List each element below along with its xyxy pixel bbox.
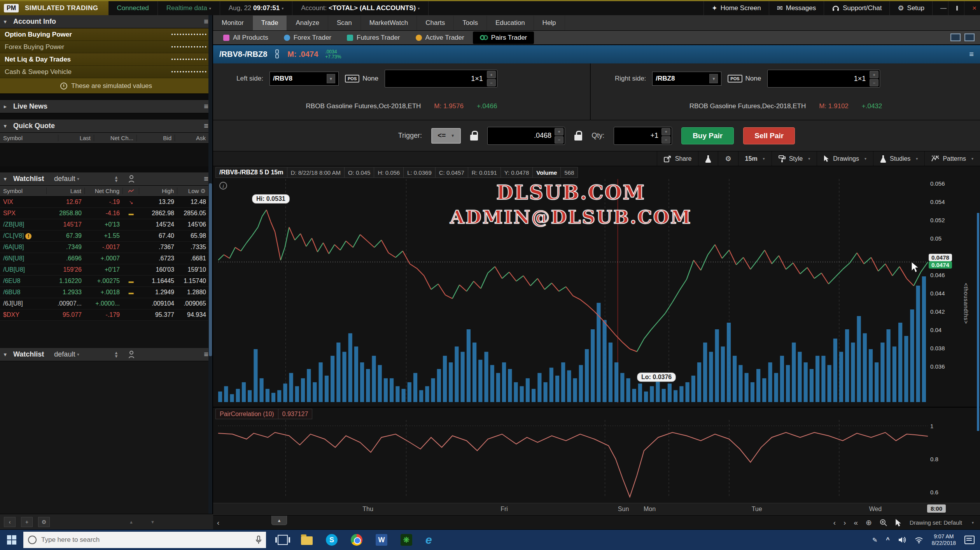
subtab-all-products[interactable]: All Products [216, 32, 275, 44]
account-info-row[interactable]: Forex Buying Power••••••••••••• [0, 41, 212, 53]
gear-icon[interactable]: ⚙ [38, 517, 50, 527]
column-header[interactable]: Net Chng [85, 188, 123, 194]
right-ratio-input[interactable]: 1×1 + − [767, 70, 880, 88]
sidebar-scrollbar[interactable] [208, 15, 212, 514]
trigger-operator-dropdown[interactable]: <= ▼ [431, 128, 461, 144]
linked-watchlist-icon[interactable] [128, 175, 135, 183]
price-chart-pane[interactable]: /RBV8-/RBZ8 5 D 15mD: 8/22/18 8:00 AMO: … [213, 166, 980, 406]
tab-analyze[interactable]: Analyze [287, 16, 328, 30]
watchlist-row[interactable]: /6J[U8].00907...+.0000....009104.009065 [0, 298, 212, 309]
tab-help[interactable]: Help [534, 16, 565, 30]
watchlist-row[interactable]: /6EU81.16220+.00275▬1.164451.15740 [0, 276, 212, 287]
minimize-button[interactable]: — [932, 1, 948, 15]
grid-layout-icon[interactable] [950, 33, 961, 41]
style-button[interactable]: Style ▾ [772, 151, 817, 166]
add-gadget-icon[interactable]: + [21, 517, 33, 527]
restore-button[interactable] [948, 1, 964, 15]
collapse-sidebar-icon[interactable]: ‹ [4, 517, 16, 527]
column-header[interactable]: Last [47, 188, 85, 194]
network-icon[interactable] [915, 536, 923, 543]
reorder-icon[interactable]: ▲▼ [114, 351, 118, 358]
correlation-chart[interactable] [218, 420, 928, 498]
watchlist-name[interactable]: default [54, 175, 75, 183]
clock-tray[interactable]: 9:07 AM 8/22/2018 [932, 533, 956, 546]
patterns-button[interactable]: Patterns ▾ [924, 151, 980, 166]
interval-dropdown[interactable]: 15m ▾ [738, 151, 772, 166]
watchlist2-header[interactable]: ▾ Watchlist default ▾ ▲▼ ≡ [0, 348, 212, 361]
chrome-icon[interactable] [351, 534, 362, 546]
collapse-chart-tab[interactable]: ▲ [271, 516, 287, 525]
pan-left-icon[interactable]: ‹ [213, 518, 219, 527]
reorder-icon[interactable]: ▲▼ [114, 176, 118, 183]
step-left-icon[interactable]: ‹ [833, 518, 836, 527]
internet-explorer-icon[interactable]: e [425, 533, 432, 546]
spinner-up-button[interactable]: + [555, 128, 564, 135]
scroll-down-icon[interactable]: ▼ [150, 520, 155, 524]
tray-expand-icon[interactable]: ^ [886, 536, 889, 543]
right-symbol-dropdown[interactable]: /RBZ8 ▼ [652, 72, 721, 86]
messages-button[interactable]: ✉ Messages [769, 1, 824, 15]
column-header[interactable]: Symbol [0, 188, 47, 194]
linked-watchlist-icon[interactable] [128, 350, 135, 359]
action-center-icon[interactable] [964, 536, 975, 544]
account-info-row[interactable]: Cash & Sweep Vehicle••••••••••••• [0, 66, 212, 78]
column-header[interactable]: Symbol [0, 135, 58, 141]
tab-tools[interactable]: Tools [454, 16, 487, 30]
scrollbar-thumb[interactable] [209, 183, 212, 356]
subtab-forex-trader[interactable]: Forex Trader [277, 32, 338, 44]
trigger-price-input[interactable]: .0468 + − [487, 127, 565, 145]
account-info-row[interactable]: Option Buying Power••••••••••••• [0, 28, 212, 41]
start-button[interactable] [0, 530, 23, 550]
column-header[interactable]: High [139, 188, 177, 194]
lock-icon[interactable] [470, 131, 478, 141]
info-icon[interactable]: i [219, 182, 227, 190]
link-pair-icon[interactable] [274, 49, 280, 60]
subtab-pairs-trader[interactable]: Pairs Trader [473, 32, 534, 44]
spinner-up-button[interactable]: + [662, 128, 670, 135]
column-header[interactable]: Net Ch... [94, 135, 137, 141]
live-news-header[interactable]: ▸ Live News ≡ [0, 100, 212, 113]
account-selector[interactable]: Account: <TOTAL> (ALL ACCOUNTS) ▾ [292, 1, 429, 15]
clock-menu[interactable]: Aug, 22 09:07:51 ▾ [220, 1, 292, 15]
maximize-layout-icon[interactable] [964, 33, 975, 41]
watchlist-row[interactable]: VIX12.67-.19↘13.2912.48 [0, 197, 212, 208]
skype-icon[interactable]: S [326, 534, 338, 546]
section-menu-icon[interactable]: ≡ [204, 102, 208, 111]
watchlist-row[interactable]: $DXY95.077-.17995.37794.934 [0, 309, 212, 321]
section-menu-icon[interactable]: ≡ [204, 17, 208, 26]
watchlist-row[interactable]: /6A[U8].7349-.0017.7367.7335 [0, 242, 212, 253]
account-info-header[interactable]: ▾ Account Info ≡ [0, 15, 212, 28]
left-symbol-dropdown[interactable]: /RBV8 ▼ [270, 72, 339, 86]
section-menu-icon[interactable]: ≡ [204, 174, 208, 183]
microphone-icon[interactable] [256, 536, 261, 544]
section-menu-icon[interactable]: ≡ [204, 350, 208, 359]
tab-marketwatch[interactable]: MarketWatch [361, 16, 417, 30]
zoom-icon[interactable] [880, 519, 887, 527]
step-right-icon[interactable]: › [844, 518, 846, 527]
pen-icon[interactable]: ✎ [872, 536, 877, 544]
cursor-tool-icon[interactable] [895, 518, 902, 527]
buy-pair-button[interactable]: Buy Pair [681, 127, 734, 144]
thinkorswim-icon[interactable]: ❋ [401, 534, 412, 546]
time-axis[interactable]: 8:00 ThuFriSunMonTueWed [213, 503, 980, 515]
task-view-icon[interactable] [278, 535, 288, 545]
subtab-futures-trader[interactable]: Futures Trader [340, 32, 407, 44]
watchlist-header[interactable]: ▾ Watchlist default ▾ ▲▼ ≡ [0, 172, 212, 186]
lock-icon[interactable] [574, 131, 582, 141]
watchlist-row[interactable]: /6BU81.2933+.0018▬1.29491.2880 [0, 287, 212, 298]
spinner-down-button[interactable]: − [555, 136, 564, 144]
left-pos-badge[interactable]: POS [345, 75, 359, 83]
spinner-down-button[interactable]: − [662, 136, 670, 144]
spinner-down-button[interactable]: − [870, 79, 878, 86]
data-status-menu[interactable]: Realtime data ▾ [158, 1, 220, 15]
spinner-up-button[interactable]: + [487, 71, 496, 78]
pair-symbol[interactable]: /RBV8-/RBZ8 [219, 50, 267, 59]
section-menu-icon[interactable]: ≡ [204, 121, 208, 130]
tab-charts[interactable]: Charts [417, 16, 454, 30]
subtab-active-trader[interactable]: Active Trader [409, 32, 471, 44]
pair-correlation-pane[interactable]: PairCorrelation (10) 0.937127 10.80.6 [213, 407, 980, 502]
support-chat-button[interactable]: Support/Chat [824, 1, 889, 15]
column-header[interactable] [123, 188, 139, 194]
account-info-row[interactable]: Net Liq & Day Trades••••••••••••• [0, 53, 212, 66]
panel-scrollbar[interactable] [977, 213, 979, 431]
